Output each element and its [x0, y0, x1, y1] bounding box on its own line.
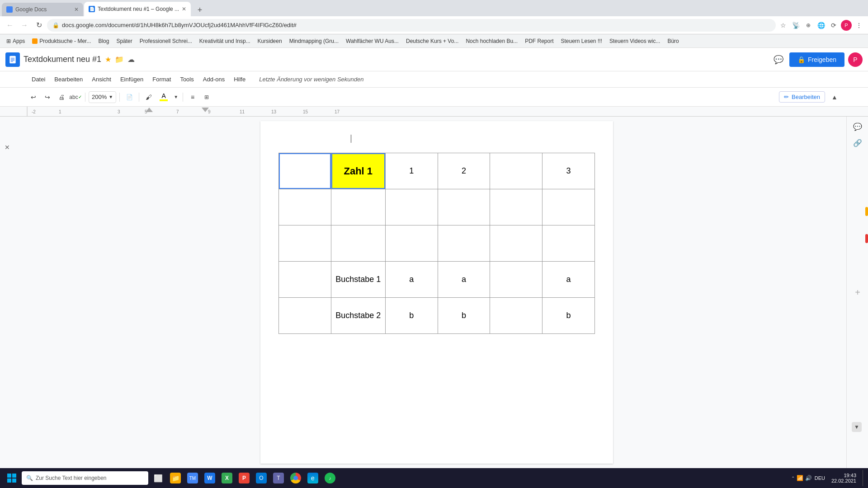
table-cell-r5c1[interactable] [279, 298, 331, 334]
forward-button[interactable]: → [18, 19, 31, 32]
table-cell-r4c3[interactable]: a [385, 262, 438, 298]
bookmark-kreativitaet[interactable]: Kreativität und Insp... [196, 37, 254, 45]
table-cell-r2c6[interactable] [542, 189, 595, 225]
browser-icon-ext2[interactable]: 🌐 [816, 20, 826, 31]
align-options-button[interactable]: ⊞ [200, 91, 213, 103]
taskbar-outlook[interactable]: O [253, 470, 269, 486]
table-cell-r2c1[interactable] [279, 189, 331, 225]
table-cell-r2c4[interactable] [438, 189, 490, 225]
plus-icon[interactable]: + [853, 287, 863, 297]
table-cell-r3c2[interactable] [331, 225, 385, 262]
table-cell-r3c3[interactable] [385, 225, 438, 262]
cloud-icon[interactable]: ☁ [127, 55, 135, 64]
docs-page-area[interactable]: Zahl 1 1 2 3 [27, 117, 846, 468]
browser-icon-ext1[interactable]: ⊕ [803, 20, 814, 31]
bookmark-pdf-report[interactable]: PDF Report [521, 37, 557, 45]
highlight-dropdown[interactable]: ▼ [172, 91, 179, 103]
table-cell-r1c3[interactable]: 1 [385, 153, 438, 189]
browser-icon-profile[interactable]: P [841, 20, 852, 31]
table-cell-r3c6[interactable] [542, 225, 595, 262]
table-cell-r3c4[interactable] [438, 225, 490, 262]
tab-active[interactable]: 📄 Textdokument neu #1 – Google ... ✕ [84, 2, 191, 16]
bookmark-deutsche-kurs[interactable]: Deutsche Kurs + Vo... [402, 37, 462, 45]
table-cell-r2c5[interactable] [490, 189, 542, 225]
comments-panel-icon[interactable]: 💬 [851, 120, 864, 133]
bookmark-buero[interactable]: Büro [664, 37, 682, 45]
back-button[interactable]: ← [4, 19, 16, 32]
table-cell-r1c4[interactable]: 2 [438, 153, 490, 189]
network-icon[interactable]: 📶 [797, 475, 803, 481]
table-cell-r5c4[interactable]: b [438, 298, 490, 334]
taskbar-chrome[interactable] [288, 470, 304, 486]
print-layout-button[interactable]: 📄 [123, 91, 136, 103]
table-cell-r4c1[interactable] [279, 262, 331, 298]
folder-icon[interactable]: 📁 [115, 55, 124, 64]
print-button[interactable]: 🖨 [55, 91, 68, 103]
browser-icon-menu[interactable]: ⋮ [854, 20, 864, 31]
bookmark-spaeter[interactable]: Später [113, 37, 136, 45]
start-button[interactable] [4, 470, 20, 486]
volume-icon[interactable]: 🔊 [805, 475, 812, 481]
align-left-button[interactable]: ≡ [186, 91, 199, 103]
taskbar-spotify[interactable]: ♪ [322, 470, 338, 486]
docs-logo[interactable] [5, 52, 20, 67]
menu-format[interactable]: Format [148, 74, 175, 84]
table-cell-r4c5[interactable] [490, 262, 542, 298]
zoom-selector[interactable]: 200% ▼ [89, 91, 116, 103]
taskbar-edge[interactable]: e [305, 470, 321, 486]
table-cell-r5c5[interactable] [490, 298, 542, 334]
paint-format-button[interactable]: 🖌 [142, 91, 155, 103]
table-cell-r1c6[interactable]: 3 [542, 153, 595, 189]
table-cell-r2c3[interactable] [385, 189, 438, 225]
highlight-button[interactable]: A [156, 91, 171, 103]
menu-bearbeiten[interactable]: Bearbeiten [50, 74, 87, 84]
menu-datei[interactable]: Datei [27, 74, 50, 84]
table-cell-r3c5[interactable] [490, 225, 542, 262]
taskbar-search[interactable]: 🔍 Zur Suche Text hier eingeben [22, 471, 148, 485]
docs-title[interactable]: Textdokument neu #1 [24, 55, 101, 64]
taskbar-taskmanager[interactable]: TM [184, 470, 201, 486]
redo-button[interactable]: ↪ [41, 91, 54, 103]
taskbar-excel[interactable]: X [219, 470, 235, 486]
taskbar-word[interactable]: W [202, 470, 218, 486]
bookmark-produktsuche[interactable]: Produktsuche - Mer... [28, 37, 94, 45]
table-cell-r3c1[interactable] [279, 225, 331, 262]
bookmark-blog[interactable]: Blog [94, 37, 113, 45]
browser-icon-cast[interactable]: 📡 [790, 20, 801, 31]
edit-mode-button[interactable]: ✏ Bearbeiten [779, 91, 825, 103]
taskbar-teams[interactable]: T [270, 470, 287, 486]
comments-icon[interactable]: 💬 [771, 52, 786, 67]
browser-icon-sync[interactable]: ⟳ [828, 20, 839, 31]
table-cell-r4c4[interactable]: a [438, 262, 490, 298]
user-avatar[interactable]: P [848, 52, 863, 67]
taskbar-powerpoint[interactable]: P [236, 470, 252, 486]
collapse-toolbar-button[interactable]: ▲ [828, 91, 841, 103]
table-cell-r4c6[interactable]: a [542, 262, 595, 298]
menu-ansicht[interactable]: Ansicht [87, 74, 116, 84]
bookmark-steuern-videos[interactable]: Steuern Videos wic... [606, 37, 664, 45]
taskview-button[interactable]: ⬜ [150, 470, 166, 486]
close-selection-button[interactable]: ✕ [5, 144, 10, 151]
share-button[interactable]: 🔒 Freigeben [789, 52, 844, 67]
table-cell-r1c2[interactable]: Zahl 1 [331, 153, 385, 189]
table-cell-r5c3[interactable]: b [385, 298, 438, 334]
menu-einfuegen[interactable]: Einfügen [116, 74, 148, 84]
new-tab-button[interactable]: + [193, 4, 206, 16]
tab-close-2[interactable]: ✕ [182, 6, 186, 12]
table-cell-r4c2[interactable]: Buchstabe 1 [331, 262, 385, 298]
bookmark-noch-hochladen[interactable]: Noch hochladen Bu... [462, 37, 521, 45]
reload-button[interactable]: ↻ [33, 19, 45, 32]
up-arrow-icon[interactable]: ⌃ [791, 476, 795, 481]
tab-close-1[interactable]: ✕ [74, 6, 79, 13]
menu-addons[interactable]: Add-ons [198, 74, 229, 84]
links-panel-icon[interactable]: 🔗 [851, 136, 864, 149]
table-cell-r5c6[interactable]: b [542, 298, 595, 334]
bookmark-wahlfaecher[interactable]: Wahlfächer WU Aus... [342, 37, 402, 45]
table-cell-r1c5[interactable] [490, 153, 542, 189]
bookmark-kursideen[interactable]: Kursideen [254, 37, 286, 45]
undo-button[interactable]: ↩ [27, 91, 40, 103]
bookmark-mindmapping[interactable]: Mindmapping (Gru... [286, 37, 342, 45]
browser-icon-bookmark[interactable]: ☆ [778, 20, 788, 31]
bookmark-apps[interactable]: ⊞ Apps [3, 37, 28, 45]
star-icon[interactable]: ★ [105, 55, 111, 64]
